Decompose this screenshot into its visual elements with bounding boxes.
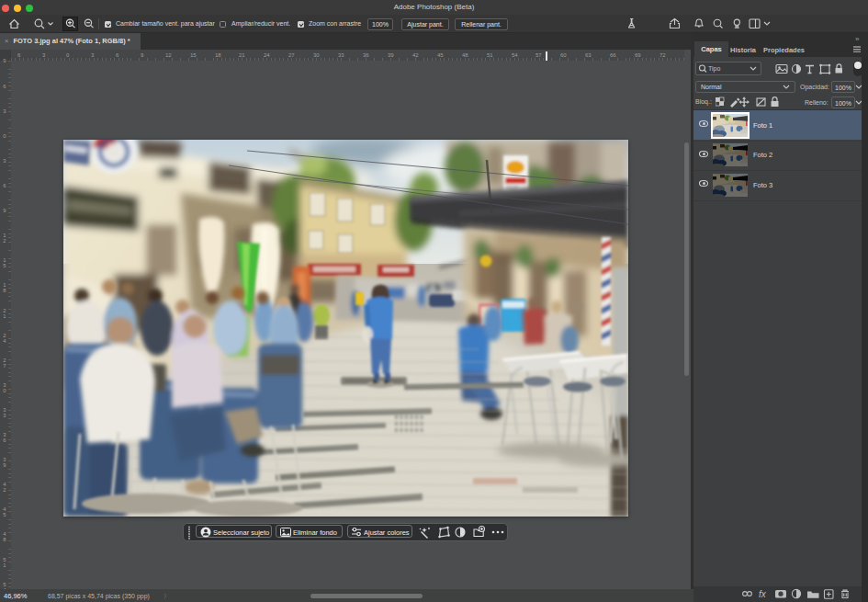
svg-text:fx: fx [759, 589, 767, 599]
